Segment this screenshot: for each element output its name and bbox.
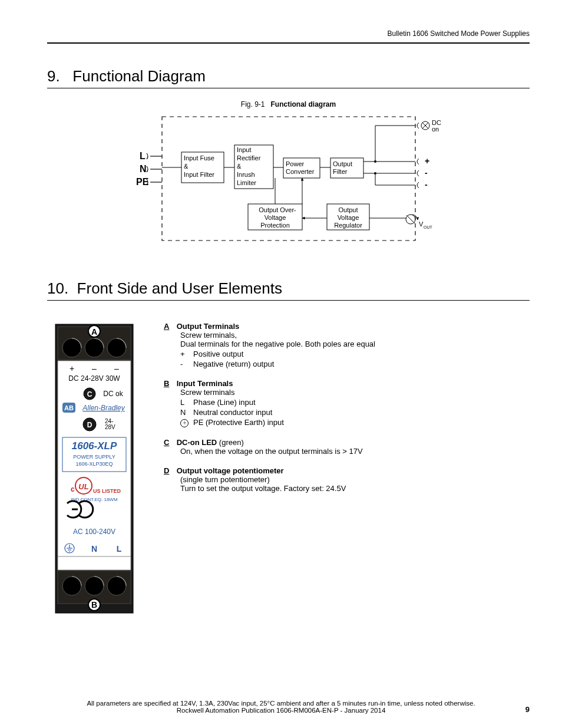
svg-text:Allen-Bradley: Allen-Bradley	[82, 404, 125, 412]
desc-A-key: A	[164, 322, 174, 331]
desc-D-line2: Turn to set the output voltage. Factory …	[180, 484, 530, 493]
svg-text:+: +	[425, 156, 429, 166]
desc-D-title: Output voltage potentiometer	[177, 466, 284, 475]
svg-text:DC 24-28V  30W: DC 24-28V 30W	[68, 374, 120, 383]
svg-text:POWER SUPPLY: POWER SUPPLY	[73, 454, 115, 460]
svg-text:Filter: Filter	[333, 168, 348, 175]
desc-B-r3: PE (Protective Earth) input	[193, 418, 284, 427]
desc-A-line2: Dual terminals for the negative pole. Bo…	[180, 340, 530, 348]
svg-text:-: -	[425, 168, 428, 177]
svg-text:Regulator: Regulator	[334, 222, 362, 229]
svg-text:on: on	[432, 126, 439, 133]
desc-B-key: B	[164, 379, 174, 388]
figure-caption: Fig. 9-1 Functional diagram	[47, 100, 530, 108]
desc-C-key: C	[164, 438, 174, 447]
desc-A-title: Output Terminals	[177, 322, 240, 331]
desc-A-r1: Positive output	[193, 350, 243, 358]
device-front-illustration: A + – – DC 24-28V 30W C DC ok AB Allen-B…	[47, 322, 141, 619]
desc-A-r2: Negative (return) output	[193, 360, 274, 368]
input-screw-icon	[62, 577, 126, 595]
footer-note: All parameters are specified at 124V, 1.…	[0, 700, 562, 707]
earth-icon: ⏚	[180, 419, 189, 427]
svg-text:1606-XLP30EQ: 1606-XLP30EQ	[75, 461, 113, 467]
svg-text:Converter: Converter	[286, 168, 315, 175]
svg-text:–: –	[114, 364, 119, 373]
svg-text:Protection: Protection	[260, 222, 290, 229]
desc-C: C DC-on LED (green) On, when the voltage…	[164, 438, 530, 456]
N-sym: N	[180, 408, 193, 417]
footer-publication: Rockwell Automation Publication 1606-RM0…	[0, 707, 562, 714]
minus-sym: -	[180, 360, 193, 368]
svg-text:V: V	[419, 220, 424, 228]
L-sym: L	[180, 398, 193, 407]
svg-text:-: -	[425, 180, 428, 189]
desc-B: B Input Terminals Screw terminals LPhase…	[164, 379, 530, 427]
plus-sym: +	[180, 350, 193, 358]
svg-text:28V: 28V	[105, 424, 115, 430]
input-L-label: L	[140, 151, 146, 161]
svg-text:AB: AB	[64, 404, 74, 411]
figure-title: Functional diagram	[271, 100, 336, 108]
svg-text:Inrush: Inrush	[237, 171, 255, 178]
svg-point-25	[374, 160, 376, 163]
svg-text:Output: Output	[333, 160, 352, 167]
desc-A-line1: Screw terminals,	[180, 331, 530, 340]
header-running-title: Bulletin 1606 Switched Mode Power Suppli…	[47, 29, 530, 38]
desc-C-suffix: (green)	[217, 438, 244, 447]
svg-text:B: B	[91, 600, 97, 610]
svg-text:Voltage: Voltage	[337, 214, 359, 221]
svg-text:Power: Power	[286, 160, 305, 167]
svg-text:A: A	[91, 327, 97, 337]
desc-D-line1: (single turn potentiometer)	[180, 475, 530, 484]
svg-text:IND.CONT.EQ. 18WM: IND.CONT.EQ. 18WM	[71, 497, 117, 502]
desc-B-title: Input Terminals	[177, 379, 233, 388]
svg-text:OUT: OUT	[424, 225, 433, 229]
desc-C-line1: On, when the voltage on the output termi…	[180, 447, 530, 456]
page-number: 9	[525, 705, 530, 714]
svg-text:Input Fuse: Input Fuse	[184, 154, 214, 162]
svg-text:&: &	[237, 163, 242, 170]
desc-D-key: D	[164, 466, 174, 475]
desc-B-r1: Phase (Line) input	[193, 398, 256, 407]
section-9-title: Functional Diagram	[72, 67, 205, 85]
svg-text:–: –	[92, 364, 97, 373]
section-9-number: 9.	[47, 67, 60, 85]
desc-A: A Output Terminals Screw terminals, Dual…	[164, 322, 530, 368]
svg-line-49	[406, 215, 415, 223]
desc-B-r2: Neutral conductor input	[193, 408, 272, 417]
svg-text:AC 100-240V: AC 100-240V	[73, 528, 115, 536]
svg-text:+: +	[70, 364, 74, 373]
section-9-heading: 9. Functional Diagram	[47, 67, 530, 88]
svg-text:L: L	[117, 544, 122, 554]
output-screw-icon	[62, 338, 126, 357]
svg-text:&: &	[184, 163, 189, 170]
figure-number: Fig. 9-1	[241, 100, 265, 108]
svg-text:1606-XLP: 1606-XLP	[72, 440, 117, 452]
svg-text:Input Filter: Input Filter	[184, 171, 214, 178]
svg-text:Rectifier: Rectifier	[237, 154, 261, 162]
svg-text:Input: Input	[237, 146, 251, 153]
svg-text:C: C	[87, 390, 92, 398]
section-10-number: 10.	[47, 279, 68, 297]
desc-B-line1: Screw terminals	[180, 388, 530, 397]
svg-text:DC ok: DC ok	[103, 390, 123, 398]
functional-diagram: L N PE Input Fuse & Input Filter Input R…	[133, 112, 445, 250]
svg-text:US LISTED: US LISTED	[93, 488, 121, 494]
svg-text:D: D	[87, 421, 92, 429]
page-footer: All parameters are specified at 124V, 1.…	[0, 700, 562, 714]
svg-text:c: c	[71, 485, 75, 493]
header-rule	[47, 42, 530, 44]
section-10-heading: 10. Front Side and User Elements	[47, 279, 530, 301]
input-N-label: N	[140, 164, 147, 174]
svg-text:UL: UL	[78, 482, 88, 491]
desc-D: D Output voltage potentiometer (single t…	[164, 466, 530, 493]
svg-text:Output: Output	[338, 206, 358, 213]
section-10-title: Front Side and User Elements	[77, 279, 282, 297]
svg-text:Limiter: Limiter	[237, 179, 256, 186]
svg-text:Voltage: Voltage	[264, 214, 286, 221]
input-PE-label: PE	[136, 177, 149, 187]
svg-text:Output Over-: Output Over-	[259, 206, 296, 213]
svg-text:N: N	[91, 544, 97, 554]
desc-C-title: DC-on LED	[177, 438, 217, 447]
